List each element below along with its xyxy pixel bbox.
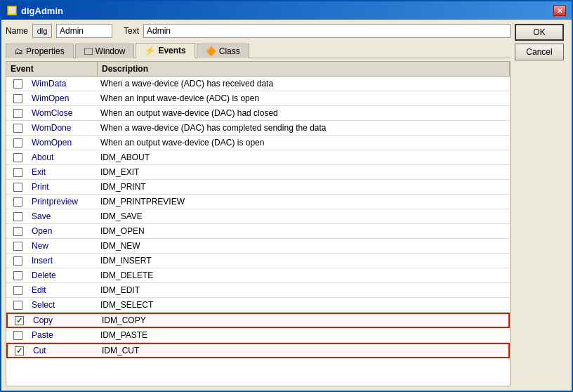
- tab-properties[interactable]: 🗂 Properties: [6, 44, 74, 58]
- left-panel: Name Text 🗂 Properties Window ⚡ Even: [6, 24, 511, 386]
- table-row: WomDoneWhen a wave-device (DAC) has comp…: [6, 121, 510, 136]
- event-name: WomClose: [29, 107, 98, 119]
- cancel-button[interactable]: Cancel: [515, 44, 564, 60]
- event-checkbox[interactable]: [13, 271, 22, 280]
- window-icon: [84, 48, 93, 55]
- event-checkbox[interactable]: [13, 79, 22, 89]
- event-description: IDM_INSERT: [98, 254, 510, 267]
- event-checkbox[interactable]: [13, 109, 22, 118]
- event-description: When a wave-device (DAC) has completed s…: [98, 122, 510, 134]
- event-name: Paste: [29, 329, 98, 341]
- event-checkbox[interactable]: [13, 197, 22, 207]
- event-name: New: [29, 240, 98, 252]
- table-row: SelectIDM_SELECT: [6, 298, 510, 313]
- table-row: InsertIDM_INSERT: [6, 254, 510, 268]
- event-checkbox[interactable]: [13, 256, 22, 266]
- title-bar-left: ⬜ dlgAdmin: [7, 6, 63, 16]
- event-description: IDM_PRINT: [98, 181, 510, 193]
- dialog-body: Name Text 🗂 Properties Window ⚡ Even: [1, 20, 572, 391]
- checkbox-cell: [6, 256, 29, 266]
- event-name: Open: [29, 225, 98, 237]
- table-row: SaveIDM_SAVE: [6, 209, 510, 224]
- event-checkbox[interactable]: [13, 124, 22, 133]
- event-description: When an output wave-device (DAC) is open: [98, 136, 510, 149]
- tab-events[interactable]: ⚡ Events: [136, 43, 195, 58]
- checkbox-cell: [6, 271, 29, 280]
- checkbox-cell: [6, 286, 29, 295]
- event-description: IDM_CUT: [99, 344, 508, 357]
- event-name: About: [29, 151, 98, 164]
- event-checkbox[interactable]: [13, 94, 22, 103]
- tabs-row: 🗂 Properties Window ⚡ Events 🔶 Class: [6, 42, 511, 58]
- event-description: IDM_ABOUT: [98, 151, 510, 164]
- name-label: Name: [6, 26, 28, 36]
- event-description: IDM_NEW: [98, 240, 510, 252]
- checkbox-cell: [6, 197, 29, 207]
- checkbox-cell: [6, 331, 29, 340]
- text-label: Text: [124, 26, 139, 36]
- dialog-title: dlgAdmin: [21, 6, 63, 16]
- dlg-field[interactable]: [32, 24, 52, 38]
- event-checkbox[interactable]: [13, 301, 22, 310]
- event-name: Exit: [29, 166, 98, 178]
- event-description: When an output wave-device (DAC) had clo…: [98, 107, 510, 119]
- event-name: Print: [29, 181, 98, 193]
- checkbox-cell: [6, 168, 29, 177]
- col-event: Event: [6, 62, 98, 76]
- text-field[interactable]: [143, 24, 511, 38]
- tab-class-label: Class: [219, 46, 240, 56]
- event-checkbox[interactable]: [13, 242, 22, 251]
- event-checkbox[interactable]: [13, 227, 22, 236]
- event-name: WimOpen: [29, 92, 98, 105]
- table-row: NewIDM_NEW: [6, 239, 510, 254]
- ok-button[interactable]: OK: [515, 24, 564, 41]
- event-name: Copy: [30, 314, 99, 327]
- event-name: Edit: [29, 284, 98, 296]
- tab-class[interactable]: 🔶 Class: [197, 44, 249, 58]
- close-button[interactable]: ✕: [553, 5, 566, 16]
- table-row: ✓CutIDM_CUT: [6, 343, 510, 358]
- dialog: ⬜ dlgAdmin ✕ Name Text 🗂 Properties: [0, 0, 573, 392]
- event-name: Printpreview: [29, 195, 98, 208]
- table-row: WomOpenWhen an output wave-device (DAC) …: [6, 136, 510, 150]
- checkbox-cell: [6, 138, 29, 148]
- tab-properties-label: Properties: [26, 46, 65, 56]
- event-checkbox[interactable]: [13, 168, 22, 177]
- event-description: When a wave-device (ADC) has received da…: [98, 77, 510, 90]
- table-row: WomCloseWhen an output wave-device (DAC)…: [6, 106, 510, 121]
- table-row: WimDataWhen a wave-device (ADC) has rece…: [6, 77, 510, 91]
- col-description: Description: [98, 62, 510, 76]
- table-row: WimOpenWhen an input wave-device (ADC) i…: [6, 91, 510, 106]
- event-name: Save: [29, 210, 98, 223]
- table-row: OpenIDM_OPEN: [6, 224, 510, 239]
- event-description: IDM_SAVE: [98, 210, 510, 223]
- checkbox-cell: [6, 153, 29, 162]
- event-description: IDM_EDIT: [98, 284, 510, 296]
- event-checkbox[interactable]: [13, 183, 22, 192]
- events-table: Event Description WimDataWhen a wave-dev…: [6, 61, 511, 386]
- event-checkbox[interactable]: ✓: [15, 346, 24, 355]
- class-icon: 🔶: [206, 46, 216, 56]
- tab-window[interactable]: Window: [75, 44, 135, 58]
- right-panel: OK Cancel: [515, 24, 567, 386]
- event-checkbox[interactable]: ✓: [15, 316, 24, 325]
- table-row: PasteIDM_PASTE: [6, 328, 510, 343]
- table-row: ExitIDM_EXIT: [6, 165, 510, 180]
- event-checkbox[interactable]: [13, 212, 22, 221]
- event-description: When an input wave-device (ADC) is open: [98, 92, 510, 105]
- event-description: IDM_EXIT: [98, 166, 510, 178]
- checkbox-cell: [6, 109, 29, 118]
- table-row: EditIDM_EDIT: [6, 283, 510, 298]
- title-bar: ⬜ dlgAdmin ✕: [1, 1, 572, 20]
- checkbox-cell: [6, 242, 29, 251]
- event-checkbox[interactable]: [13, 138, 22, 148]
- event-description: IDM_PASTE: [98, 329, 510, 341]
- event-name: Cut: [30, 344, 99, 357]
- table-body: WimDataWhen a wave-device (ADC) has rece…: [6, 77, 510, 386]
- event-checkbox[interactable]: [13, 331, 22, 340]
- event-checkbox[interactable]: [13, 153, 22, 162]
- checkbox-cell: [6, 183, 29, 192]
- event-name: WimData: [29, 77, 98, 90]
- name-admin-field[interactable]: [56, 24, 112, 38]
- event-checkbox[interactable]: [13, 286, 22, 295]
